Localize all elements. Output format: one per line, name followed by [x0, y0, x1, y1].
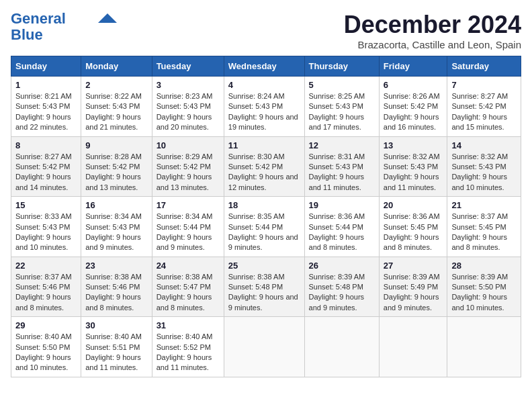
day-info: Sunrise: 8:30 AMSunset: 5:42 PMDaylight:… [228, 152, 298, 191]
calendar-cell: 22 Sunrise: 8:37 AMSunset: 5:46 PMDaylig… [11, 257, 81, 317]
calendar-cell: 8 Sunrise: 8:27 AMSunset: 5:42 PMDayligh… [11, 136, 81, 197]
calendar-cell: 23 Sunrise: 8:38 AMSunset: 5:46 PMDaylig… [81, 257, 152, 317]
day-info: Sunrise: 8:31 AMSunset: 5:43 PMDaylight:… [309, 152, 365, 191]
calendar-cell [447, 317, 521, 377]
day-number: 13 [384, 140, 443, 150]
day-info: Sunrise: 8:22 AMSunset: 5:43 PMDaylight:… [85, 92, 142, 131]
logo-blue: Blue [11, 27, 43, 43]
calendar-cell: 1 Sunrise: 8:21 AMSunset: 5:43 PMDayligh… [11, 77, 81, 137]
day-info: Sunrise: 8:37 AMSunset: 5:45 PMDaylight:… [451, 212, 508, 251]
week-row-3: 15 Sunrise: 8:33 AMSunset: 5:43 PMDaylig… [11, 197, 521, 257]
header-monday: Monday [81, 56, 152, 77]
day-info: Sunrise: 8:39 AMSunset: 5:48 PMDaylight:… [309, 273, 365, 312]
day-number: 24 [157, 261, 220, 271]
calendar-cell: 25 Sunrise: 8:38 AMSunset: 5:48 PMDaylig… [224, 257, 304, 317]
page-header: General Blue December 2024 Brazacorta, C… [11, 11, 521, 50]
day-number: 16 [85, 200, 147, 210]
calendar-cell: 17 Sunrise: 8:34 AMSunset: 5:44 PMDaylig… [152, 197, 224, 257]
day-info: Sunrise: 8:34 AMSunset: 5:43 PMDaylight:… [85, 212, 142, 251]
calendar-cell: 20 Sunrise: 8:36 AMSunset: 5:45 PMDaylig… [379, 197, 447, 257]
logo-text: General [11, 11, 66, 27]
header-sunday: Sunday [11, 56, 81, 77]
day-info: Sunrise: 8:36 AMSunset: 5:44 PMDaylight:… [309, 212, 365, 251]
day-number: 30 [85, 320, 147, 330]
calendar-table: SundayMondayTuesdayWednesdayThursdayFrid… [11, 56, 521, 377]
calendar-cell: 14 Sunrise: 8:32 AMSunset: 5:43 PMDaylig… [447, 136, 521, 197]
day-number: 21 [451, 200, 517, 210]
calendar-cell: 13 Sunrise: 8:32 AMSunset: 5:43 PMDaylig… [379, 136, 447, 197]
day-info: Sunrise: 8:35 AMSunset: 5:44 PMDaylight:… [228, 212, 298, 251]
day-info: Sunrise: 8:27 AMSunset: 5:42 PMDaylight:… [15, 152, 72, 191]
day-number: 11 [228, 140, 300, 150]
day-number: 9 [85, 140, 147, 150]
day-number: 6 [384, 80, 443, 90]
day-number: 10 [157, 140, 220, 150]
calendar-header-row: SundayMondayTuesdayWednesdayThursdayFrid… [11, 56, 521, 77]
day-number: 25 [228, 261, 300, 271]
day-info: Sunrise: 8:39 AMSunset: 5:49 PMDaylight:… [384, 273, 440, 312]
main-title: December 2024 [344, 11, 521, 39]
calendar-cell: 12 Sunrise: 8:31 AMSunset: 5:43 PMDaylig… [304, 136, 379, 197]
day-info: Sunrise: 8:28 AMSunset: 5:42 PMDaylight:… [85, 152, 142, 191]
logo-icon [98, 13, 117, 23]
calendar-cell: 11 Sunrise: 8:30 AMSunset: 5:42 PMDaylig… [224, 136, 304, 197]
day-info: Sunrise: 8:39 AMSunset: 5:50 PMDaylight:… [451, 273, 508, 312]
day-info: Sunrise: 8:24 AMSunset: 5:43 PMDaylight:… [228, 92, 298, 131]
calendar-cell: 5 Sunrise: 8:25 AMSunset: 5:43 PMDayligh… [304, 77, 379, 137]
day-info: Sunrise: 8:38 AMSunset: 5:46 PMDaylight:… [85, 273, 142, 312]
day-info: Sunrise: 8:33 AMSunset: 5:43 PMDaylight:… [15, 212, 72, 251]
day-number: 19 [309, 200, 375, 210]
title-block: December 2024 Brazacorta, Castille and L… [344, 11, 521, 50]
day-info: Sunrise: 8:34 AMSunset: 5:44 PMDaylight:… [157, 212, 213, 251]
day-info: Sunrise: 8:40 AMSunset: 5:50 PMDaylight:… [15, 332, 72, 371]
day-number: 26 [309, 261, 375, 271]
day-info: Sunrise: 8:32 AMSunset: 5:43 PMDaylight:… [451, 152, 508, 191]
day-number: 7 [451, 80, 517, 90]
week-row-5: 29 Sunrise: 8:40 AMSunset: 5:50 PMDaylig… [11, 317, 521, 377]
calendar-cell: 9 Sunrise: 8:28 AMSunset: 5:42 PMDayligh… [81, 136, 152, 197]
day-info: Sunrise: 8:26 AMSunset: 5:42 PMDaylight:… [384, 92, 440, 131]
day-number: 28 [451, 261, 517, 271]
week-row-2: 8 Sunrise: 8:27 AMSunset: 5:42 PMDayligh… [11, 136, 521, 197]
day-number: 12 [309, 140, 375, 150]
day-number: 8 [15, 140, 77, 150]
header-wednesday: Wednesday [224, 56, 304, 77]
day-info: Sunrise: 8:38 AMSunset: 5:47 PMDaylight:… [157, 273, 213, 312]
header-saturday: Saturday [447, 56, 521, 77]
location-subtitle: Brazacorta, Castille and Leon, Spain [344, 39, 521, 50]
calendar-cell: 6 Sunrise: 8:26 AMSunset: 5:42 PMDayligh… [379, 77, 447, 137]
day-number: 2 [85, 80, 147, 90]
day-info: Sunrise: 8:37 AMSunset: 5:46 PMDaylight:… [15, 273, 72, 312]
calendar-cell: 28 Sunrise: 8:39 AMSunset: 5:50 PMDaylig… [447, 257, 521, 317]
day-info: Sunrise: 8:27 AMSunset: 5:42 PMDaylight:… [451, 92, 508, 131]
day-number: 20 [384, 200, 443, 210]
calendar-cell: 15 Sunrise: 8:33 AMSunset: 5:43 PMDaylig… [11, 197, 81, 257]
calendar-cell: 18 Sunrise: 8:35 AMSunset: 5:44 PMDaylig… [224, 197, 304, 257]
header-tuesday: Tuesday [152, 56, 224, 77]
calendar-cell: 29 Sunrise: 8:40 AMSunset: 5:50 PMDaylig… [11, 317, 81, 377]
calendar-cell: 31 Sunrise: 8:40 AMSunset: 5:52 PMDaylig… [152, 317, 224, 377]
day-number: 23 [85, 261, 147, 271]
day-number: 3 [157, 80, 220, 90]
day-number: 4 [228, 80, 300, 90]
day-number: 5 [309, 80, 375, 90]
day-number: 22 [15, 261, 77, 271]
day-number: 15 [15, 200, 77, 210]
calendar-cell: 7 Sunrise: 8:27 AMSunset: 5:42 PMDayligh… [447, 77, 521, 137]
calendar-cell: 16 Sunrise: 8:34 AMSunset: 5:43 PMDaylig… [81, 197, 152, 257]
day-number: 18 [228, 200, 300, 210]
calendar-cell: 3 Sunrise: 8:23 AMSunset: 5:43 PMDayligh… [152, 77, 224, 137]
calendar-cell [224, 317, 304, 377]
calendar-cell: 21 Sunrise: 8:37 AMSunset: 5:45 PMDaylig… [447, 197, 521, 257]
calendar-cell: 24 Sunrise: 8:38 AMSunset: 5:47 PMDaylig… [152, 257, 224, 317]
day-number: 31 [157, 320, 220, 330]
day-info: Sunrise: 8:32 AMSunset: 5:43 PMDaylight:… [384, 152, 440, 191]
calendar-cell: 10 Sunrise: 8:29 AMSunset: 5:42 PMDaylig… [152, 136, 224, 197]
day-info: Sunrise: 8:38 AMSunset: 5:48 PMDaylight:… [228, 273, 298, 312]
day-info: Sunrise: 8:23 AMSunset: 5:43 PMDaylight:… [157, 92, 213, 131]
day-info: Sunrise: 8:25 AMSunset: 5:43 PMDaylight:… [309, 92, 365, 131]
week-row-4: 22 Sunrise: 8:37 AMSunset: 5:46 PMDaylig… [11, 257, 521, 317]
calendar-cell: 30 Sunrise: 8:40 AMSunset: 5:51 PMDaylig… [81, 317, 152, 377]
day-number: 1 [15, 80, 77, 90]
calendar-cell: 19 Sunrise: 8:36 AMSunset: 5:44 PMDaylig… [304, 197, 379, 257]
